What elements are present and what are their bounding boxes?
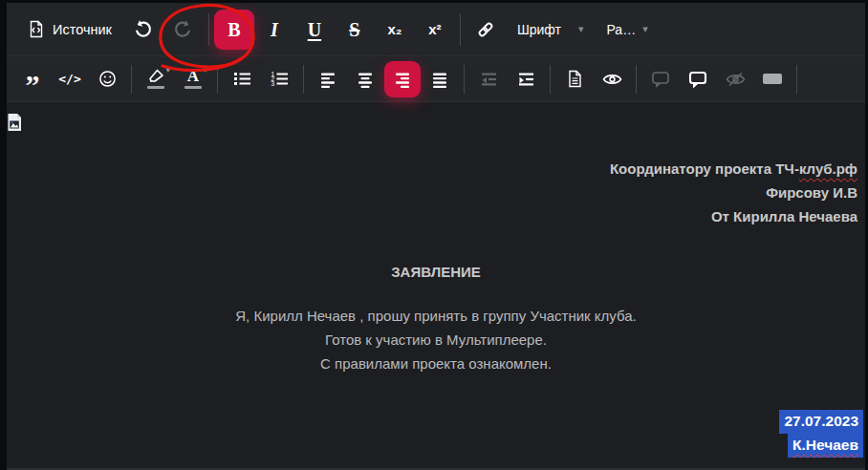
font-family-label: Шрифт xyxy=(517,22,561,37)
recipient-block: Координатору проекта ТЧ-клуб.рф Фирсову … xyxy=(7,157,865,228)
signature-date-line: 27.07.2023 xyxy=(7,410,863,434)
bold-button[interactable]: B xyxy=(214,10,254,50)
align-left-button[interactable] xyxy=(310,61,346,97)
link-button[interactable] xyxy=(466,10,506,50)
highlight-button[interactable]: ▾ xyxy=(138,61,174,97)
emoji-smiley-icon xyxy=(98,70,117,88)
preview-eye-icon xyxy=(602,72,622,87)
undo-button[interactable] xyxy=(123,10,163,50)
bold-icon: B xyxy=(228,20,240,39)
eye-slash-icon xyxy=(726,71,746,88)
comment-icon xyxy=(688,70,707,88)
link-icon xyxy=(476,20,495,39)
bulleted-list-button[interactable] xyxy=(224,61,260,97)
body-line-2: Готов к участию в Мультиплеере. xyxy=(7,328,865,352)
body-line-1: Я, Кирилл Нечаев , прошу принять в групп… xyxy=(7,304,865,328)
toolbar-separator xyxy=(550,65,551,94)
toolbar-row-1: Источник xyxy=(7,3,865,56)
signature-name-line: К.Нечаев xyxy=(7,434,863,458)
highlight-color-bar xyxy=(147,86,164,89)
editor-window: Источник xyxy=(0,0,868,470)
font-size-label: Ра… xyxy=(607,22,637,37)
blockquote-button[interactable]: ” xyxy=(14,61,51,97)
numbered-list-button[interactable]: 1 2 3 xyxy=(261,61,297,97)
toolbar-row-2: ” </> ▾ xyxy=(7,56,865,102)
toolbar-separator xyxy=(460,13,461,46)
source-code-icon xyxy=(28,20,45,38)
code-button[interactable]: </> xyxy=(52,61,88,97)
align-justify-button[interactable] xyxy=(422,61,458,97)
chevron-down-icon: ▾ xyxy=(203,66,207,75)
svg-text:3: 3 xyxy=(271,80,274,87)
preview-button[interactable] xyxy=(594,61,630,97)
italic-icon: I xyxy=(271,20,278,39)
page-template-icon xyxy=(567,70,583,88)
solid-rectangle-icon xyxy=(762,73,783,85)
recipient-line-1-text: Координатору проекта ТЧ- xyxy=(610,160,799,177)
toolbar: Источник xyxy=(7,3,865,102)
undo-icon xyxy=(133,19,153,39)
toolbar-separator xyxy=(636,65,637,94)
editor-app: Источник xyxy=(7,3,865,470)
code-icon: </> xyxy=(58,72,80,86)
source-button[interactable]: Источник xyxy=(16,10,123,50)
toolbar-separator xyxy=(464,65,465,94)
recipient-line-1: Координатору проекта ТЧ-клуб.рф xyxy=(7,157,857,181)
font-family-dropdown[interactable]: Шрифт ▾ xyxy=(506,10,596,50)
outdent-button[interactable] xyxy=(470,61,507,97)
bulleted-list-icon xyxy=(233,70,251,88)
indent-button[interactable] xyxy=(508,61,544,97)
subscript-icon: x₂ xyxy=(387,21,401,37)
font-color-bar xyxy=(184,86,202,89)
superscript-icon: x² xyxy=(428,21,441,37)
align-right-button[interactable] xyxy=(384,61,421,97)
align-right-icon xyxy=(394,71,411,88)
align-left-icon xyxy=(319,71,336,88)
comment-outline-button[interactable] xyxy=(642,61,679,97)
numbered-list-icon: 1 2 3 xyxy=(271,70,289,88)
superscript-button[interactable]: x² xyxy=(415,10,455,50)
align-center-button[interactable] xyxy=(347,61,383,97)
signature-block: 27.07.2023 К.Нечаев xyxy=(7,410,865,458)
toolbar-separator xyxy=(303,65,304,94)
source-button-label: Источник xyxy=(53,22,112,37)
blockquote-icon: ” xyxy=(26,69,40,90)
toolbar-separator xyxy=(131,65,132,94)
align-center-icon xyxy=(357,71,374,88)
chevron-down-icon: ▾ xyxy=(165,66,170,75)
align-justify-icon xyxy=(431,71,448,88)
font-size-dropdown[interactable]: Ра… ▾ xyxy=(596,10,660,50)
chevron-down-icon: ▾ xyxy=(642,23,648,35)
toolbar-separator xyxy=(796,65,797,94)
emoji-button[interactable] xyxy=(89,61,125,97)
recipient-line-2: Фирсову И.В xyxy=(7,181,857,204)
image-placeholder-line xyxy=(7,102,865,135)
font-color-button[interactable]: ▾ A xyxy=(175,61,211,97)
highlight-brush-icon xyxy=(147,69,164,89)
underline-button[interactable]: U xyxy=(294,10,335,50)
selected-date: 27.07.2023 xyxy=(779,410,863,434)
image-placeholder-icon[interactable] xyxy=(7,113,844,132)
strikethrough-icon: S xyxy=(349,20,359,39)
hide-comments-button[interactable] xyxy=(717,61,753,97)
letter-title: ЗАЯВЛЕНИЕ xyxy=(7,264,865,280)
subscript-button[interactable]: x₂ xyxy=(375,10,415,50)
comment-outline-icon xyxy=(651,70,670,88)
comment-button[interactable] xyxy=(680,61,716,97)
indent-icon xyxy=(517,71,535,88)
body-line-3: С правилами проекта ознакомлен. xyxy=(7,352,865,375)
font-color-icon: A xyxy=(184,70,202,89)
field-placeholder-button[interactable] xyxy=(754,61,791,97)
selected-signature: К.Нечаев xyxy=(788,434,863,458)
toolbar-separator xyxy=(217,65,218,94)
recipient-line-3: От Кирилла Нечаева xyxy=(7,204,857,228)
underline-icon: U xyxy=(308,20,321,39)
redo-button[interactable] xyxy=(163,10,204,50)
chevron-down-icon: ▾ xyxy=(578,23,584,35)
editing-area[interactable]: Координатору проекта ТЧ-клуб.рф Фирсову … xyxy=(7,102,865,470)
redo-icon xyxy=(173,19,193,39)
strikethrough-button[interactable]: S xyxy=(335,10,375,50)
page-template-button[interactable] xyxy=(556,61,593,97)
italic-button[interactable]: I xyxy=(254,10,294,50)
recipient-line-1-misspelled: клуб.рф xyxy=(799,160,857,177)
